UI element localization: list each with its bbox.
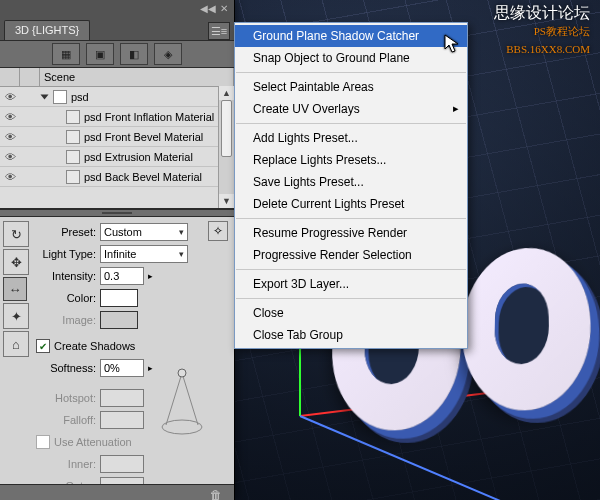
falloff-label: Falloff: — [36, 414, 96, 426]
mesh-letter — [459, 243, 594, 412]
light-type-select[interactable]: Infinite▾ — [100, 245, 188, 263]
menu-item[interactable]: Export 3D Layer... — [235, 273, 467, 295]
panel-collapse-bar[interactable]: ◀◀ ✕ — [0, 0, 234, 18]
watermark-line: BBS.16XX8.COM — [494, 40, 590, 58]
collapse-icon[interactable]: ◀◀ — [200, 4, 212, 14]
preset-select[interactable]: Custom▾ — [100, 223, 188, 241]
scene-item-label: psd — [71, 91, 89, 103]
light-type-value: Infinite — [104, 248, 136, 260]
hotspot-input — [100, 389, 144, 407]
scene-item-label: psd Front Bevel Material — [84, 131, 203, 143]
intensity-label: Intensity: — [36, 270, 96, 282]
slider-arrow-icon[interactable]: ▸ — [148, 363, 153, 373]
menu-item[interactable]: Select Paintable Areas — [235, 76, 467, 98]
visibility-icon[interactable]: 👁 — [0, 171, 20, 183]
menu-item[interactable]: Ground Plane Shadow Catcher — [235, 25, 467, 47]
scene-row-material[interactable]: 👁 psd Extrusion Material — [0, 147, 234, 167]
filter-material-button[interactable]: ◧ — [120, 43, 148, 65]
panel-divider[interactable] — [0, 209, 234, 217]
use-attenuation-label: Use Attenuation — [54, 436, 132, 448]
light-point-tool[interactable]: ✦ — [3, 303, 29, 329]
light-slide-tool[interactable]: ↔ — [3, 277, 27, 301]
light-pan-tool[interactable]: ✥ — [3, 249, 29, 275]
filter-scene-button[interactable]: ▦ — [52, 43, 80, 65]
scroll-thumb[interactable] — [221, 100, 232, 157]
3d-panel: ◀◀ ✕ 3D {LIGHTS} ☰≡ ▦ ▣ ◧ ◈ Scene 👁 psd … — [0, 0, 235, 500]
scroll-up-icon[interactable]: ▲ — [219, 86, 234, 100]
scene-scrollbar[interactable]: ▲ ▼ — [218, 86, 234, 208]
inner-input — [100, 455, 144, 473]
scene-row-material[interactable]: 👁 psd Back Bevel Material — [0, 167, 234, 187]
scene-header: Scene — [0, 68, 234, 87]
menu-item[interactable]: Save Lights Preset... — [235, 171, 467, 193]
disclosure-icon[interactable] — [41, 94, 49, 99]
material-icon — [66, 150, 80, 164]
light-type-label: Light Type: — [36, 248, 96, 260]
svg-point-1 — [178, 369, 186, 377]
softness-input[interactable] — [100, 359, 144, 377]
light-rotate-tool[interactable]: ↻ — [3, 221, 29, 247]
scene-row-root[interactable]: 👁 psd — [0, 87, 234, 107]
visibility-icon[interactable]: 👁 — [0, 131, 20, 143]
scene-row-material[interactable]: 👁 psd Front Bevel Material — [0, 127, 234, 147]
material-icon — [66, 170, 80, 184]
panel-flyout-menu[interactable]: Ground Plane Shadow CatcherSnap Object t… — [234, 22, 468, 349]
menu-item[interactable]: Delete Current Lights Preset — [235, 193, 467, 215]
light-home-tool[interactable]: ⌂ — [3, 331, 29, 357]
image-swatch — [100, 311, 138, 329]
menu-item[interactable]: Add Lights Preset... — [235, 127, 467, 149]
scene-header-label: Scene — [40, 68, 234, 86]
panel-flyout-button[interactable]: ☰≡ — [208, 22, 230, 40]
menu-item[interactable]: Snap Object to Ground Plane — [235, 47, 467, 69]
use-attenuation-checkbox — [36, 435, 50, 449]
panel-tab-row: 3D {LIGHTS} ☰≡ — [0, 18, 234, 41]
panel-tab-3d-lights[interactable]: 3D {LIGHTS} — [4, 20, 90, 40]
close-icon[interactable]: ✕ — [218, 4, 230, 14]
menu-item[interactable]: Create UV Overlays — [235, 98, 467, 120]
watermark: 思缘设计论坛 PS教程论坛 BBS.16XX8.COM — [494, 4, 590, 58]
svg-point-0 — [162, 420, 202, 434]
filter-light-button[interactable]: ◈ — [154, 43, 182, 65]
new-light-button[interactable]: ✧ — [208, 221, 228, 241]
menu-item[interactable]: Resume Progressive Render — [235, 222, 467, 244]
scene-header-col — [0, 68, 20, 86]
axis-z — [300, 415, 540, 500]
menu-item[interactable]: Close — [235, 302, 467, 324]
chevron-down-icon: ▾ — [179, 249, 184, 259]
softness-label: Softness: — [36, 362, 96, 374]
light-properties: ✧ ↻ ✥ ↔ ✦ ⌂ Preset: Custom▾ Light Type: … — [0, 217, 234, 500]
scroll-down-icon[interactable]: ▼ — [219, 194, 234, 208]
create-shadows-label: Create Shadows — [54, 340, 135, 352]
mesh-icon — [53, 90, 67, 104]
visibility-icon[interactable]: 👁 — [0, 111, 20, 123]
menu-item[interactable]: Close Tab Group — [235, 324, 467, 346]
menu-item[interactable]: Progressive Render Selection — [235, 244, 467, 266]
scene-item-label: psd Front Inflation Material — [84, 111, 214, 123]
menu-item[interactable]: Replace Lights Presets... — [235, 149, 467, 171]
scene-header-col — [20, 68, 40, 86]
scene-item-label: psd Extrusion Material — [84, 151, 193, 163]
create-shadows-checkbox[interactable]: ✔ — [36, 339, 50, 353]
watermark-line: PS教程论坛 — [494, 22, 590, 40]
filter-toolbar: ▦ ▣ ◧ ◈ — [0, 41, 234, 68]
material-icon — [66, 110, 80, 124]
scene-row-material[interactable]: 👁 psd Front Inflation Material — [0, 107, 234, 127]
filter-mesh-button[interactable]: ▣ — [86, 43, 114, 65]
color-swatch[interactable] — [100, 289, 138, 307]
light-tool-column: ↻ ✥ ↔ ✦ ⌂ — [3, 221, 29, 359]
visibility-icon[interactable]: 👁 — [0, 91, 20, 103]
falloff-input — [100, 411, 144, 429]
panel-footer: 🗑 — [0, 484, 234, 500]
chevron-down-icon: ▾ — [179, 227, 184, 237]
image-label: Image: — [36, 314, 96, 326]
intensity-input[interactable] — [100, 267, 144, 285]
watermark-line: 思缘设计论坛 — [494, 4, 590, 22]
material-icon — [66, 130, 80, 144]
slider-arrow-icon[interactable]: ▸ — [148, 271, 153, 281]
scene-tree[interactable]: Scene 👁 psd 👁 psd Front Inflation Materi… — [0, 68, 234, 209]
inner-label: Inner: — [36, 458, 96, 470]
hotspot-label: Hotspot: — [36, 392, 96, 404]
color-label: Color: — [36, 292, 96, 304]
visibility-icon[interactable]: 👁 — [0, 151, 20, 163]
trash-icon[interactable]: 🗑 — [210, 488, 226, 500]
